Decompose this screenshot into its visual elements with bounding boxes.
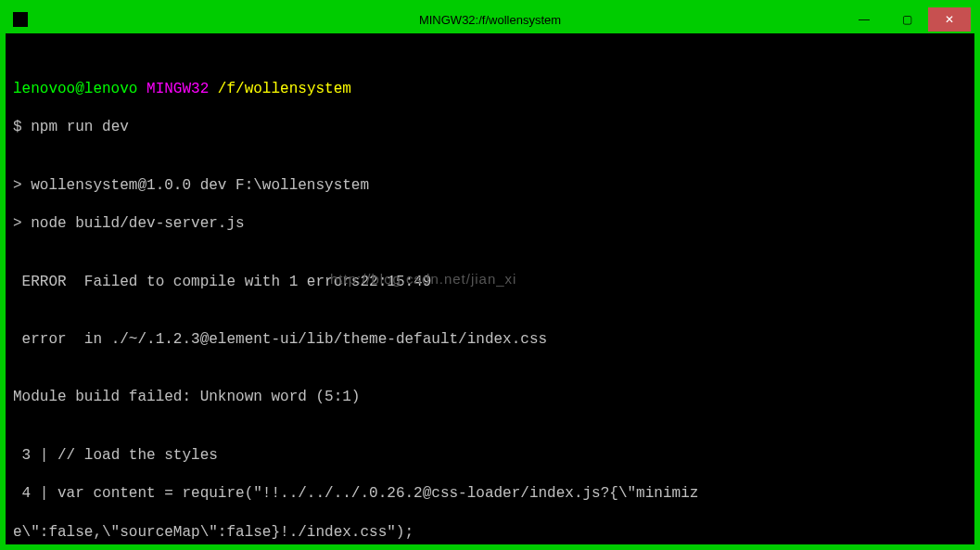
error-label: error (13, 331, 75, 348)
prompt-user: lenovoo@lenovo (13, 81, 137, 97)
watermark-text: http://blog.csdn.net/jian_xi (330, 270, 516, 288)
maximize-button[interactable]: ▢ (885, 7, 928, 32)
code-line: 3 | // load the styles (13, 446, 967, 466)
command-text: npm run dev (31, 119, 129, 135)
titlebar[interactable]: MINGW32:/f/wollensystem — ▢ ✕ (6, 6, 974, 33)
terminal-body[interactable]: lenovoo@lenovo MINGW32 /f/wollensystem $… (6, 33, 974, 544)
prompt-path: /f/wollensystem (218, 81, 351, 97)
prompt-symbol: $ (13, 119, 22, 135)
error-msg: in ./~/.1.2.3@element-ui/lib/theme-defau… (75, 331, 547, 348)
module-fail: Module build failed: Unknown word (5:1) (13, 388, 967, 407)
prompt-host: MINGW32 (146, 81, 209, 97)
window-title: MINGW32:/f/wollensystem (419, 13, 561, 27)
terminal-window: MINGW32:/f/wollensystem — ▢ ✕ lenovoo@le… (0, 0, 980, 550)
window-controls: — ▢ ✕ (843, 7, 971, 32)
close-button[interactable]: ✕ (928, 7, 971, 32)
error-label: ERROR (13, 274, 75, 290)
output-line: > node build/dev-server.js (13, 214, 967, 234)
code-line: e\":false,\"sourceMap\":false}!./index.c… (13, 523, 967, 543)
code-line: 4 | var content = require("!!../../../.0… (13, 485, 698, 502)
output-line: > wollensystem@1.0.0 dev F:\wollensystem (13, 176, 967, 196)
app-icon (13, 12, 28, 27)
minimize-button[interactable]: — (843, 7, 885, 32)
